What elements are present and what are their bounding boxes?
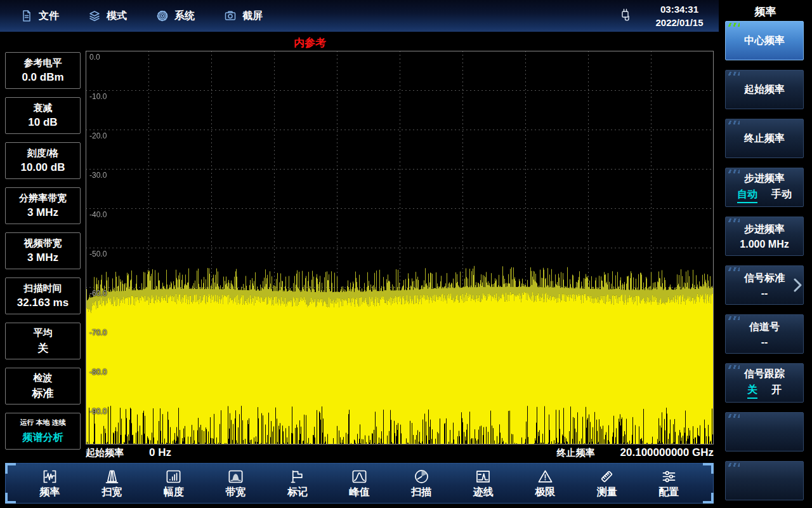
sidebar-button-start-frequency[interactable]: 起始频率: [725, 70, 804, 109]
sidebar-button-empty-2[interactable]: [725, 461, 804, 500]
param-sweep-time[interactable]: 扫描时间 32.163 ms: [5, 277, 81, 314]
toolbar-measure[interactable]: 测量: [589, 468, 625, 499]
spectrum-canvas: [86, 51, 714, 444]
bandwidth-icon: [227, 468, 244, 485]
sidebar-title: 频率: [719, 0, 812, 19]
toggle-option-on[interactable]: 开: [771, 384, 782, 399]
y-tick-label: -70.0: [89, 328, 107, 337]
submenu-arrow-icon: [794, 277, 802, 293]
toolbar-limit[interactable]: 极限: [527, 468, 563, 499]
toolbar-label: 幅度: [164, 486, 184, 499]
toolbar-label: 标记: [287, 486, 308, 499]
trace-icon: [475, 468, 492, 485]
sidebar-button-center-frequency[interactable]: 中心频率: [725, 21, 804, 60]
bottom-toolbar: 频率 扫宽 幅度 带宽: [5, 463, 714, 504]
button-label: 中心频率: [744, 34, 785, 48]
clock: 03:34:31 2022/01/15: [641, 3, 717, 29]
sidebar-button-step-frequency-mode[interactable]: 步进频率 自动 手动: [725, 168, 804, 207]
toggle-option-auto[interactable]: 自动: [737, 188, 757, 203]
button-corner-decoration: [728, 316, 740, 320]
toolbar-label: 扫描: [411, 486, 431, 499]
menu-system[interactable]: 系统: [156, 10, 195, 23]
button-value: --: [761, 288, 768, 299]
sidebar-button-empty-1[interactable]: [725, 412, 804, 451]
toolbar-corner-bracket: [5, 493, 16, 504]
top-menu: 文件 模式 系统 截屏: [20, 10, 263, 23]
button-corner-decoration: [728, 414, 740, 418]
toolbar-corner-bracket: [5, 463, 16, 474]
run-status-text: 运行 本地 连续: [20, 418, 65, 427]
toolbar-frequency[interactable]: 频率: [32, 468, 68, 499]
sidebar-button-signal-standard[interactable]: 信号标准 --: [725, 265, 804, 305]
toggle-option-off[interactable]: 关: [747, 384, 757, 399]
spectrum-analyzer-screen: 文件 模式 系统 截屏: [0, 0, 812, 508]
screenshot-icon: [224, 10, 237, 22]
frequency-sidebar: 频率 中心频率 起始频率 终止频率 步进频率 自动 手动: [719, 0, 812, 508]
button-corner-decoration: [728, 218, 740, 222]
button-corner-decoration: [728, 463, 740, 467]
toggle-row: 自动 手动: [737, 188, 792, 203]
span-icon: [103, 468, 121, 485]
frequency-icon: [41, 468, 58, 485]
stop-frequency-readout: 终止频率 20.100000000 GHz: [557, 446, 714, 459]
stop-frequency-label: 终止频率: [557, 447, 595, 459]
button-label: 信号跟踪: [744, 368, 785, 381]
toolbar-bandwidth[interactable]: 带宽: [218, 468, 253, 499]
toolbar-label: 极限: [535, 486, 555, 499]
button-label: 起始频率: [744, 83, 785, 97]
toolbar-amplitude[interactable]: 幅度: [156, 468, 192, 499]
param-value: 关: [37, 341, 48, 356]
menu-mode[interactable]: 模式: [88, 10, 127, 23]
y-tick-label: -10.0: [89, 92, 107, 101]
toolbar-label: 带宽: [225, 486, 246, 499]
sidebar-button-signal-tracking[interactable]: 信号跟踪 关 开: [725, 363, 804, 403]
param-label: 扫描时间: [24, 283, 62, 295]
param-value: 0.0 dBm: [22, 71, 63, 84]
toolbar-config[interactable]: 配置: [651, 468, 686, 499]
top-bar-right: 03:34:31 2022/01/15: [619, 3, 719, 29]
param-vbw[interactable]: 视频带宽 3 MHz: [5, 232, 81, 269]
toolbar-peak[interactable]: 峰值: [341, 468, 377, 499]
toolbar-sweep[interactable]: 扫描: [403, 468, 439, 499]
button-corner-decoration: [728, 365, 740, 369]
menu-file[interactable]: 文件: [20, 10, 59, 23]
param-value: 10 dB: [28, 116, 57, 129]
mode-status-text: 频谱分析: [23, 431, 63, 444]
param-rbw[interactable]: 分辨率带宽 3 MHz: [5, 187, 81, 224]
toolbar-trace[interactable]: 迹线: [466, 468, 501, 499]
param-attenuation[interactable]: 衰减 10 dB: [5, 97, 81, 134]
param-label: 衰减: [34, 102, 53, 114]
sidebar-button-channel-number[interactable]: 信道号 --: [725, 314, 804, 354]
config-icon: [660, 468, 678, 485]
spectrum-display: 0.0 -10.0 -20.0 -30.0 -40.0 -50.0 -60.0 …: [86, 51, 714, 444]
toolbar-span[interactable]: 扫宽: [94, 468, 129, 499]
peak-icon: [351, 468, 368, 485]
param-value: 10.00 dB: [21, 161, 65, 174]
left-parameter-panel: 参考电平 0.0 dBm 衰减 10 dB 刻度/格 10.00 dB 分辨率带…: [5, 52, 81, 450]
y-tick-label: -50.0: [89, 250, 107, 258]
param-label: 分辨率带宽: [19, 192, 67, 204]
button-value: 1.000 MHz: [740, 239, 789, 250]
toolbar-label: 测量: [597, 486, 617, 499]
y-tick-label: 0.0: [89, 53, 100, 62]
layers-icon: [88, 10, 101, 22]
gear-icon: [156, 10, 169, 22]
param-scale-per-div[interactable]: 刻度/格 10.00 dB: [5, 142, 81, 179]
toggle-option-manual[interactable]: 手动: [771, 188, 792, 203]
button-label: 信号标准: [744, 272, 785, 285]
param-average[interactable]: 平均 关: [5, 323, 81, 359]
sidebar-buttons: 中心频率 起始频率 终止频率 步进频率 自动 手动 步进频率: [725, 21, 804, 500]
sidebar-button-step-frequency-value[interactable]: 步进频率 1.000 MHz: [725, 217, 804, 256]
toolbar-label: 峰值: [349, 486, 369, 499]
start-frequency-readout: 起始频率 0 Hz: [86, 446, 171, 459]
button-label: 终止频率: [744, 132, 785, 145]
param-ref-level[interactable]: 参考电平 0.0 dBm: [5, 52, 81, 89]
param-label: 平均: [34, 327, 53, 339]
button-label: 步进频率: [744, 223, 785, 236]
param-label: 参考电平: [24, 57, 62, 69]
button-value: --: [761, 337, 768, 348]
param-detector[interactable]: 检波 标准: [5, 368, 81, 404]
toolbar-marker[interactable]: 标记: [280, 468, 315, 499]
sidebar-button-stop-frequency[interactable]: 终止频率: [725, 119, 804, 158]
menu-screenshot[interactable]: 截屏: [224, 10, 263, 23]
